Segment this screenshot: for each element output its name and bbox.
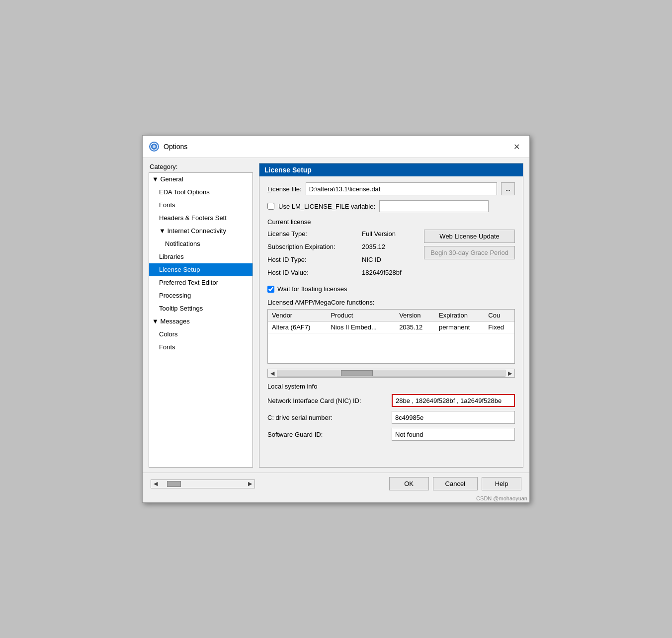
- table-cell: Nios II Embed...: [327, 321, 395, 333]
- table-cell: Altera (6AF7): [268, 321, 327, 333]
- table-header: Vendor: [268, 310, 327, 321]
- lm-license-row: Use LM_LICENSE_FILE variable:: [267, 200, 515, 212]
- wait-floating-checkbox[interactable]: [267, 286, 274, 293]
- lm-license-label: Use LM_LICENSE_FILE variable:: [278, 203, 375, 210]
- license-buttons: Web License Update Begin 30-day Grace Pe…: [424, 229, 515, 280]
- tree-item-colors[interactable]: Colors: [149, 328, 252, 341]
- scrollbar-track[interactable]: [277, 370, 505, 377]
- subscription-value: 2035.12: [362, 241, 385, 252]
- tree-item-processing[interactable]: Processing: [149, 289, 252, 302]
- title-bar: Options ✕: [143, 136, 529, 158]
- table-cell: Fixed: [484, 321, 514, 333]
- cdrive-row: C: drive serial number: 8c49985e: [267, 411, 515, 424]
- host-id-value-value: 182649f528bf: [362, 267, 402, 278]
- table-cell: permanent: [435, 321, 484, 333]
- right-panel: License Setup License file: ... Use LM_L…: [259, 163, 523, 468]
- tree-item-messages[interactable]: ▼ Messages: [149, 315, 252, 328]
- panel-body: License file: ... Use LM_LICENSE_FILE va…: [259, 176, 523, 467]
- options-dialog: Options ✕ Category: ▼ GeneralEDA Tool Op…: [142, 135, 530, 503]
- lm-license-input[interactable]: [379, 200, 489, 212]
- tree-item-notifications[interactable]: Notifications: [149, 238, 252, 250]
- host-id-value-key: Host ID Value:: [267, 267, 362, 278]
- category-label: Category:: [149, 163, 253, 170]
- tree-item-fonts2[interactable]: Fonts: [149, 341, 252, 354]
- svg-point-2: [153, 145, 156, 148]
- watermark: CSDN @mohaoyuan: [143, 495, 529, 502]
- software-guard-value: Not found: [392, 428, 515, 441]
- grace-period-button[interactable]: Begin 30-day Grace Period: [424, 246, 515, 259]
- table-cell: 2035.12: [395, 321, 435, 333]
- software-guard-row: Software Guard ID: Not found: [267, 428, 515, 441]
- lm-license-checkbox[interactable]: [267, 203, 274, 210]
- content-area: Category: ▼ GeneralEDA Tool OptionsFonts…: [143, 158, 529, 473]
- tree-container[interactable]: ▼ GeneralEDA Tool OptionsFontsHeaders & …: [149, 172, 253, 468]
- panel-header: License Setup: [259, 163, 523, 176]
- tree-item-internet-connectivity[interactable]: ▼ Internet Connectivity: [149, 225, 252, 238]
- browse-button[interactable]: ...: [501, 182, 515, 195]
- left-scroll-left-arrow[interactable]: ◀: [152, 480, 159, 487]
- host-id-value-row: Host ID Value: 182649f528bf: [267, 267, 419, 278]
- wait-floating-label: Wait for floating licenses: [277, 285, 347, 293]
- cdrive-key: C: drive serial number:: [267, 414, 392, 421]
- table-row: Altera (6AF7)Nios II Embed...2035.12perm…: [268, 321, 514, 333]
- ampp-table-wrapper: VendorProductVersionExpirationCou Altera…: [267, 309, 515, 364]
- tree-item-eda-tool-options[interactable]: EDA Tool Options: [149, 186, 252, 199]
- cancel-button[interactable]: Cancel: [433, 477, 478, 490]
- app-icon: [149, 141, 160, 152]
- bottom-buttons: OK Cancel Help: [389, 477, 521, 490]
- ampp-label: Licensed AMPP/MegaCore functions:: [267, 299, 515, 306]
- local-system-section: Local system info Network Interface Card…: [267, 383, 515, 441]
- ampp-table: VendorProductVersionExpirationCou Altera…: [268, 310, 514, 333]
- software-guard-key: Software Guard ID:: [267, 431, 392, 438]
- left-panel-scrollbar[interactable]: ◀ ▶: [151, 479, 255, 488]
- host-id-type-value: NIC ID: [362, 254, 381, 265]
- license-type-row: License Type: Full Version: [267, 229, 419, 239]
- scrollbar-thumb[interactable]: [341, 370, 373, 376]
- tree-item-general[interactable]: ▼ General: [149, 173, 252, 186]
- tree-item-libraries[interactable]: Libraries: [149, 250, 252, 263]
- license-file-input[interactable]: [306, 182, 497, 195]
- scroll-right-arrow[interactable]: ▶: [506, 370, 513, 377]
- host-id-type-key: Host ID Type:: [267, 254, 362, 265]
- license-file-label: License file:: [267, 185, 302, 193]
- ampp-table-head: VendorProductVersionExpirationCou: [268, 310, 514, 321]
- left-scrollbar-thumb[interactable]: [167, 481, 181, 487]
- tree-item-fonts[interactable]: Fonts: [149, 199, 252, 212]
- wait-floating-row: Wait for floating licenses: [267, 285, 515, 293]
- tree-item-license-setup[interactable]: License Setup: [149, 263, 252, 276]
- license-type-key: License Type:: [267, 229, 362, 239]
- bottom-bar: ◀ ▶ OK Cancel Help: [143, 473, 529, 495]
- host-id-type-row: Host ID Type: NIC ID: [267, 254, 419, 265]
- license-info-block: License Type: Full Version Subscription …: [267, 229, 419, 280]
- horizontal-scrollbar[interactable]: ◀ ▶: [267, 369, 515, 378]
- table-header: Version: [395, 310, 435, 321]
- current-license-row: License Type: Full Version Subscription …: [267, 229, 515, 280]
- tree-item-preferred-text-editor[interactable]: Preferred Text Editor: [149, 276, 252, 289]
- ampp-table-body: Altera (6AF7)Nios II Embed...2035.12perm…: [268, 321, 514, 333]
- tree-item-headers-footers[interactable]: Headers & Footers Sett: [149, 212, 252, 225]
- web-license-update-button[interactable]: Web License Update: [424, 230, 515, 243]
- ok-button[interactable]: OK: [389, 477, 429, 490]
- table-header: Product: [327, 310, 395, 321]
- table-header: Expiration: [435, 310, 484, 321]
- nic-row: Network Interface Card (NIC) ID: 28be , …: [267, 394, 515, 407]
- subscription-row: Subscription Expiration: 2035.12: [267, 241, 419, 252]
- help-button[interactable]: Help: [482, 477, 521, 490]
- nic-value: 28be , 182649f528bf , 1a2649f528be: [392, 394, 515, 407]
- current-license-label: Current license: [267, 218, 515, 226]
- ampp-table-header-row: VendorProductVersionExpirationCou: [268, 310, 514, 321]
- subscription-key: Subscription Expiration:: [267, 241, 362, 252]
- local-system-title: Local system info: [267, 383, 515, 390]
- license-file-row: License file: ...: [267, 182, 515, 195]
- dialog-title: Options: [164, 143, 505, 151]
- tree-item-tooltip-settings[interactable]: Tooltip Settings: [149, 302, 252, 315]
- cdrive-value: 8c49985e: [392, 411, 515, 424]
- nic-key: Network Interface Card (NIC) ID:: [267, 397, 392, 404]
- left-panel: Category: ▼ GeneralEDA Tool OptionsFonts…: [149, 163, 253, 468]
- close-button[interactable]: ✕: [509, 140, 523, 154]
- license-type-value: Full Version: [362, 229, 396, 239]
- left-scroll-right-arrow[interactable]: ▶: [247, 480, 253, 487]
- table-header: Cou: [484, 310, 514, 321]
- scroll-left-arrow[interactable]: ◀: [269, 370, 276, 377]
